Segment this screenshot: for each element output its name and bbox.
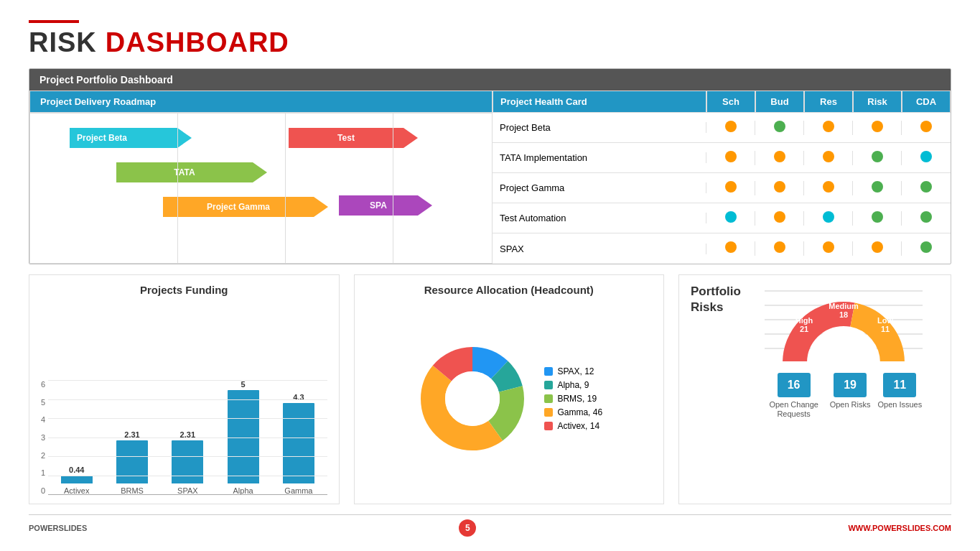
svg-text:High: High — [795, 316, 813, 325]
donut-area: SPAX, 12 Alpha, 9 BRMS, 19 Gamma, 46 — [415, 302, 602, 495]
svg-text:11: 11 — [881, 325, 890, 333]
y-axis: 6 5 4 3 2 1 0 — [41, 380, 45, 495]
dot-gamma-res — [823, 181, 834, 193]
col-bud: Bud — [755, 91, 804, 113]
semicircle-chart: High 21 Medium 18 Low 11 — [765, 284, 923, 370]
footer-right: WWW.POWERSLIDES.COM — [848, 524, 951, 532]
donut-legend: SPAX, 12 Alpha, 9 BRMS, 19 Gamma, 46 — [544, 366, 602, 431]
svg-text:18: 18 — [839, 310, 848, 319]
legend-gamma: Gamma, 46 — [544, 407, 602, 417]
legend-activex: Activex, 14 — [544, 421, 602, 431]
dot-beta-cda — [920, 121, 932, 132]
arrow-spa: SPA — [339, 195, 432, 216]
bar-spax: 2.31 SPAX — [162, 430, 213, 495]
page-number: 5 — [459, 519, 476, 537]
risks-top: PortfolioRisks — [691, 284, 939, 419]
footer-left: POWERSLIDES — [29, 524, 87, 532]
dot-beta-res — [823, 121, 834, 132]
dot-tata-cda — [920, 151, 932, 162]
col-cda: CDA — [902, 91, 951, 113]
dot-tata-risk — [872, 151, 883, 162]
risks-panel: PortfolioRisks — [678, 274, 951, 504]
dot-beta-sch — [725, 121, 737, 132]
health-table: Project Beta TATA Implementation — [493, 113, 951, 264]
page: RISK DASHBOARD Project Portfolio Dashboa… — [0, 0, 980, 551]
health-name-beta: Project Beta — [493, 122, 706, 133]
legend-spax: SPAX, 12 — [544, 366, 602, 376]
bar-activex: 0.44 Activex — [51, 466, 102, 495]
health-row-spax: SPAX — [493, 233, 951, 264]
header: RISK DASHBOARD — [29, 20, 951, 58]
dot-tata-res — [823, 151, 834, 162]
funding-title: Projects Funding — [140, 284, 228, 296]
dot-test-risk — [872, 211, 883, 223]
legend-alpha: Alpha, 9 — [544, 380, 602, 390]
dot-test-sch — [725, 211, 737, 223]
dot-test-res — [823, 211, 834, 223]
risks-chart-wrapper: High 21 Medium 18 Low 11 16 Open Change … — [748, 284, 939, 419]
col-sch: Sch — [706, 91, 755, 113]
count-open-issues: 11 Open Issues — [877, 373, 922, 419]
bar-gamma: 4.3 Gamma — [273, 393, 324, 495]
portfolio-header: Project Portfolio Dashboard — [29, 69, 951, 91]
dot-gamma-risk — [872, 181, 883, 193]
funding-panel: Projects Funding 6 5 4 3 2 1 0 — [29, 274, 340, 504]
dot-test-cda — [920, 211, 932, 223]
dot-beta-bud — [774, 121, 785, 132]
svg-text:Medium: Medium — [829, 302, 859, 310]
arrow-test: Test — [289, 128, 418, 148]
bar-alpha: 5 Alpha — [218, 380, 269, 495]
col-res: Res — [804, 91, 853, 113]
dot-tata-bud — [774, 151, 785, 162]
svg-point-5 — [445, 371, 500, 426]
health-name-test: Test Automation — [493, 213, 706, 223]
dot-spax-bud — [774, 241, 785, 253]
risks-title: PortfolioRisks — [691, 284, 741, 315]
dot-spax-cda — [920, 241, 932, 253]
count-open-risks: 19 Open Risks — [830, 373, 871, 419]
dot-spax-res — [823, 241, 834, 253]
health-name-gamma: Project Gamma — [493, 182, 706, 193]
bar-brms: 2.31 BRMS — [106, 430, 157, 495]
header-decoration — [29, 20, 79, 23]
portfolio-section: Project Portfolio Dashboard Project Deli… — [29, 68, 951, 264]
arrow-tata: TATA — [116, 162, 267, 182]
title-risk: RISK — [29, 27, 97, 58]
bar-chart-container: 0.44 Activex 2.31 BRMS 2.31 — [48, 380, 327, 495]
title-dashboard: DASHBOARD — [106, 27, 289, 58]
health-row-test: Test Automation — [493, 203, 951, 233]
footer: POWERSLIDES 5 WWW.POWERSLIDES.COM — [29, 514, 951, 537]
dot-spax-risk — [872, 241, 883, 253]
bottom-section: Projects Funding 6 5 4 3 2 1 0 — [29, 274, 951, 504]
svg-text:21: 21 — [800, 325, 808, 333]
health-row-beta: Project Beta — [493, 113, 951, 143]
risk-counts: 16 Open Change Requests 19 Open Risks 11… — [765, 373, 923, 419]
col-risk: Risk — [853, 91, 902, 113]
dot-spax-sch — [725, 241, 737, 253]
health-name-tata: TATA Implementation — [493, 152, 706, 163]
roadmap-area: Project Beta Test TATA — [29, 113, 493, 264]
svg-text:Low: Low — [877, 316, 893, 325]
roadmap-col-header: Project Delivery Roadmap — [29, 91, 493, 113]
count-change-requests: 16 Open Change Requests — [765, 373, 823, 419]
donut-chart — [415, 341, 530, 456]
dot-gamma-cda — [920, 181, 932, 193]
dot-tata-sch — [725, 151, 737, 162]
arrow-project-beta: Project Beta — [70, 128, 192, 148]
health-name-spax: SPAX — [493, 244, 706, 254]
dot-beta-risk — [872, 121, 883, 132]
health-row-tata: TATA Implementation — [493, 143, 951, 173]
health-row-gamma: Project Gamma — [493, 173, 951, 203]
resource-title: Resource Allocation (Headcount) — [424, 284, 594, 296]
resource-panel: Resource Allocation (Headcount) — [354, 274, 665, 504]
svg-rect-17 — [765, 361, 923, 370]
arrow-project-gamma: Project Gamma — [163, 197, 328, 217]
dot-gamma-sch — [725, 181, 737, 193]
legend-brms: BRMS, 19 — [544, 394, 602, 404]
dot-gamma-bud — [774, 181, 785, 193]
health-col-header: Project Health Card — [493, 91, 706, 113]
dot-test-bud — [774, 211, 785, 223]
page-title: RISK DASHBOARD — [29, 27, 951, 58]
